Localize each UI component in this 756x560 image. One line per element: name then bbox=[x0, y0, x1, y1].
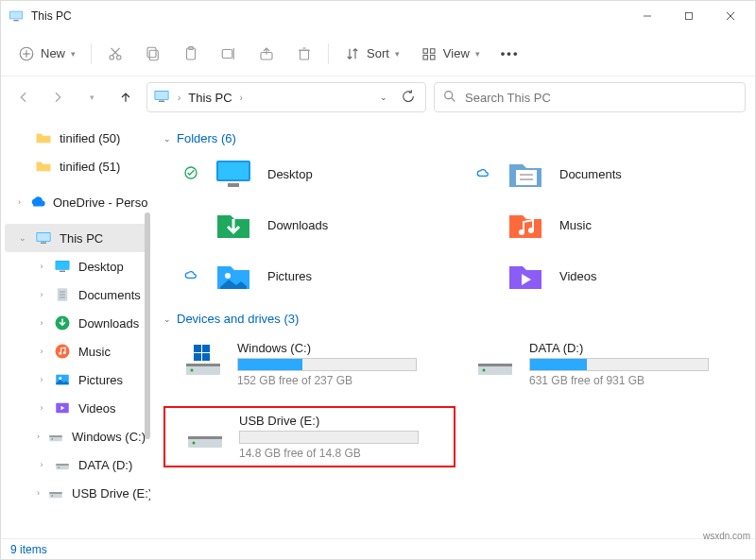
forward-button[interactable] bbox=[44, 84, 71, 110]
folder-music[interactable]: Music bbox=[455, 206, 747, 244]
sidebar-item-windows-c-[interactable]: ›Windows (C:) bbox=[1, 422, 150, 450]
chevron-right-icon: › bbox=[240, 93, 243, 103]
status-text: 9 items bbox=[10, 543, 47, 556]
svg-rect-80 bbox=[188, 436, 222, 439]
svg-point-55 bbox=[59, 467, 60, 468]
svg-rect-54 bbox=[56, 464, 69, 466]
back-button[interactable] bbox=[10, 84, 37, 110]
drive-free-text: 14.8 GB free of 14.8 GB bbox=[239, 447, 446, 460]
caret-icon: › bbox=[37, 488, 40, 498]
caret-icon: › bbox=[37, 460, 46, 469]
sidebar-item-label: DATA (D:) bbox=[78, 458, 132, 472]
more-button[interactable]: ••• bbox=[491, 37, 529, 71]
onedrive-icon bbox=[28, 194, 45, 211]
drives-group-header[interactable]: ⌄ Devices and drives (3) bbox=[163, 312, 747, 326]
folders-group-header[interactable]: ⌄ Folders (6) bbox=[163, 131, 747, 145]
capacity-bar bbox=[529, 358, 709, 371]
maximize-button[interactable] bbox=[668, 3, 710, 29]
svg-rect-70 bbox=[202, 345, 210, 352]
svg-rect-34 bbox=[37, 233, 50, 241]
svg-rect-2 bbox=[13, 20, 18, 21]
sidebar-item-data-d-[interactable]: ›DATA (D:) bbox=[1, 450, 150, 479]
drive-usb-drive-e-[interactable]: USB Drive (E:)14.8 GB free of 14.8 GB bbox=[163, 406, 455, 467]
sidebar-item-label: Windows (C:) bbox=[72, 430, 146, 444]
folder-label: Downloads bbox=[267, 218, 328, 232]
chevron-down-icon: ⌄ bbox=[163, 134, 171, 144]
sidebar: tinified (50)tinified (51)›OneDrive - Pe… bbox=[1, 118, 150, 538]
svg-line-32 bbox=[452, 98, 455, 101]
folder-label: Videos bbox=[559, 269, 597, 283]
folder-icon bbox=[35, 129, 52, 146]
main-pane: ⌄ Folders (6) DesktopDocumentsDownloadsM… bbox=[150, 118, 755, 538]
sidebar-item-documents[interactable]: ›Documents bbox=[1, 280, 150, 309]
sidebar-item-this-pc[interactable]: ⌄This PC bbox=[5, 224, 146, 252]
up-button[interactable] bbox=[112, 84, 139, 110]
address-bar[interactable]: › This PC › ⌄ bbox=[146, 82, 426, 112]
svg-point-31 bbox=[445, 91, 453, 98]
folder-downloads[interactable]: Downloads bbox=[163, 206, 455, 244]
close-button[interactable] bbox=[710, 3, 751, 29]
sidebar-item-label: Desktop bbox=[78, 260, 124, 274]
caret-icon: › bbox=[37, 432, 40, 441]
share-button[interactable] bbox=[249, 37, 284, 71]
drive-label: Windows (C:) bbox=[237, 341, 448, 355]
breadcrumb[interactable]: This PC bbox=[188, 91, 232, 105]
sidebar-item-onedrive-perso[interactable]: ›OneDrive - Perso bbox=[1, 188, 150, 216]
recent-button[interactable]: ▾ bbox=[78, 84, 105, 110]
capacity-bar bbox=[237, 358, 417, 371]
svg-rect-1 bbox=[10, 11, 22, 18]
drive-icon bbox=[184, 414, 226, 451]
chevron-down-icon: ▾ bbox=[71, 49, 76, 59]
sync-status-icon bbox=[182, 165, 199, 183]
folder-videos[interactable]: Videos bbox=[455, 257, 747, 295]
title-bar: This PC bbox=[1, 1, 755, 31]
desktop-icon bbox=[213, 155, 254, 193]
sidebar-item-videos[interactable]: ›Videos bbox=[1, 394, 150, 422]
sidebar-item-pictures[interactable]: ›Pictures bbox=[1, 365, 150, 394]
refresh-button[interactable] bbox=[397, 89, 420, 107]
delete-button[interactable] bbox=[286, 37, 322, 71]
minimize-button[interactable] bbox=[627, 3, 668, 29]
pictures-icon bbox=[213, 257, 254, 295]
svg-point-45 bbox=[59, 352, 61, 355]
drive-data-d-[interactable]: DATA (D:)631 GB free of 931 GB bbox=[455, 335, 747, 393]
sort-button[interactable]: Sort ▾ bbox=[335, 37, 409, 71]
window-title: This PC bbox=[31, 9, 627, 23]
scrollbar[interactable] bbox=[145, 212, 150, 439]
sidebar-item-desktop[interactable]: ›Desktop bbox=[1, 252, 150, 280]
caret-icon: › bbox=[37, 403, 46, 413]
new-button[interactable]: New ▾ bbox=[9, 37, 85, 71]
svg-rect-72 bbox=[202, 353, 210, 361]
rename-button[interactable] bbox=[211, 37, 247, 71]
cut-button[interactable] bbox=[97, 37, 133, 71]
svg-point-48 bbox=[59, 377, 61, 380]
sync-status-icon bbox=[474, 165, 491, 183]
folder-desktop[interactable]: Desktop bbox=[163, 155, 455, 193]
sidebar-item-usb-drive-e-[interactable]: ›USB Drive (E:) bbox=[1, 479, 150, 507]
search-input[interactable] bbox=[465, 91, 737, 105]
sidebar-item-label: Downloads bbox=[78, 316, 139, 331]
documents-icon bbox=[54, 286, 71, 303]
desktop-icon bbox=[54, 258, 71, 275]
folder-documents[interactable]: Documents bbox=[455, 155, 747, 193]
sidebar-item-tinified-50-[interactable]: tinified (50) bbox=[1, 124, 150, 152]
svg-rect-37 bbox=[56, 262, 69, 269]
sidebar-item-music[interactable]: ›Music bbox=[1, 337, 150, 365]
paste-button[interactable] bbox=[173, 37, 209, 71]
svg-point-78 bbox=[483, 369, 486, 372]
search-box[interactable] bbox=[434, 82, 746, 112]
svg-point-44 bbox=[56, 345, 70, 359]
sidebar-item-downloads[interactable]: ›Downloads bbox=[1, 309, 150, 337]
folder-pictures[interactable]: Pictures bbox=[163, 257, 455, 295]
svg-rect-77 bbox=[478, 364, 512, 366]
caret-icon: › bbox=[37, 262, 46, 271]
copy-button[interactable] bbox=[135, 37, 171, 71]
thispc-icon bbox=[153, 88, 170, 108]
address-dropdown[interactable]: ⌄ bbox=[376, 93, 391, 102]
caret-icon: › bbox=[18, 197, 21, 207]
navigation-row: ▾ › This PC › ⌄ bbox=[1, 76, 755, 118]
sidebar-item-tinified-51-[interactable]: tinified (51) bbox=[1, 152, 150, 180]
sync-status-icon bbox=[182, 267, 199, 285]
drive-windows-c-[interactable]: Windows (C:)152 GB free of 237 GB bbox=[163, 335, 455, 393]
view-button[interactable]: View ▾ bbox=[411, 37, 490, 71]
